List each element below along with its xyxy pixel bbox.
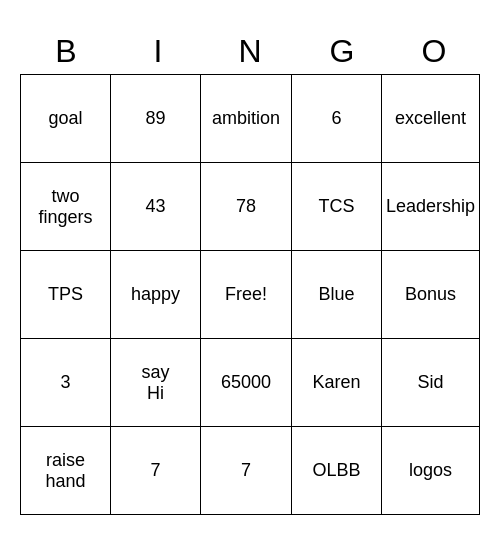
bingo-cell-2-0: TPS [21, 251, 111, 339]
bingo-cell-3-4: Sid [381, 339, 479, 427]
bingo-cell-4-2: 7 [201, 427, 292, 515]
bingo-grid: goal89ambition6excellenttwofingers4378TC… [20, 74, 480, 515]
bingo-row-1: twofingers4378TCSLeadership [21, 163, 480, 251]
bingo-cell-0-3: 6 [292, 75, 382, 163]
bingo-cell-1-0: twofingers [21, 163, 111, 251]
bingo-row-3: 3sayHi65000KarenSid [21, 339, 480, 427]
header-letter-b: B [20, 29, 112, 74]
bingo-cell-3-2: 65000 [201, 339, 292, 427]
bingo-cell-2-4: Bonus [381, 251, 479, 339]
bingo-cell-3-0: 3 [21, 339, 111, 427]
bingo-cell-4-3: OLBB [292, 427, 382, 515]
bingo-cell-1-3: TCS [292, 163, 382, 251]
bingo-header: BINGO [20, 29, 480, 74]
bingo-cell-1-1: 43 [111, 163, 201, 251]
header-letter-g: G [296, 29, 388, 74]
bingo-cell-0-4: excellent [381, 75, 479, 163]
bingo-card-container: BINGO goal89ambition6excellenttwofingers… [20, 29, 480, 515]
bingo-cell-0-1: 89 [111, 75, 201, 163]
bingo-cell-4-4: logos [381, 427, 479, 515]
bingo-cell-2-2: Free! [201, 251, 292, 339]
bingo-cell-4-0: raisehand [21, 427, 111, 515]
bingo-cell-0-0: goal [21, 75, 111, 163]
header-letter-n: N [204, 29, 296, 74]
header-letter-o: O [388, 29, 480, 74]
bingo-row-0: goal89ambition6excellent [21, 75, 480, 163]
bingo-row-2: TPShappyFree!BlueBonus [21, 251, 480, 339]
header-letter-i: I [112, 29, 204, 74]
bingo-cell-2-1: happy [111, 251, 201, 339]
bingo-cell-1-2: 78 [201, 163, 292, 251]
bingo-cell-3-1: sayHi [111, 339, 201, 427]
bingo-cell-2-3: Blue [292, 251, 382, 339]
bingo-cell-1-4: Leadership [381, 163, 479, 251]
bingo-cell-0-2: ambition [201, 75, 292, 163]
bingo-cell-3-3: Karen [292, 339, 382, 427]
bingo-row-4: raisehand77OLBBlogos [21, 427, 480, 515]
bingo-cell-4-1: 7 [111, 427, 201, 515]
